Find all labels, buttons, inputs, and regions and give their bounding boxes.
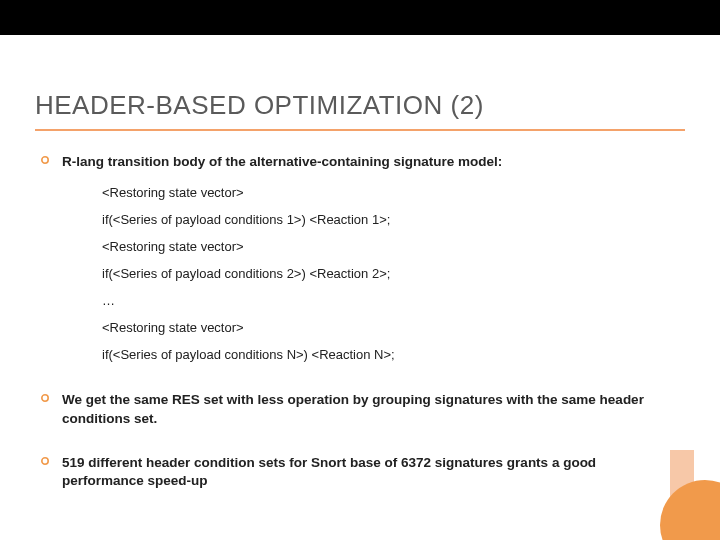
code-block: <Restoring state vector> if(<Series of p… <box>102 185 680 363</box>
code-line: if(<Series of payload conditions 1>) <Re… <box>102 212 680 229</box>
ring-icon <box>40 456 50 466</box>
bullet-3-text: 519 different header condition sets for … <box>62 455 596 488</box>
bullet-2-text: We get the same RES set with less operat… <box>62 392 644 425</box>
code-line: <Restoring state vector> <box>102 185 680 202</box>
corner-decoration <box>674 465 720 540</box>
code-line: <Restoring state vector> <box>102 239 680 256</box>
bullet-2: We get the same RES set with less operat… <box>40 391 680 427</box>
slide: HEADER-BASED OPTIMIZATION (2) R-lang tra… <box>0 35 720 540</box>
code-line: if(<Series of payload conditions N>) <Re… <box>102 347 680 364</box>
bullet-3: 519 different header condition sets for … <box>40 454 680 490</box>
ring-icon <box>40 393 50 403</box>
bullet-1: R-lang transition body of the alternativ… <box>40 153 680 171</box>
code-line: … <box>102 293 680 310</box>
svg-point-0 <box>42 157 48 163</box>
title-underline <box>35 129 685 131</box>
ring-icon <box>40 155 50 165</box>
content-area: R-lang transition body of the alternativ… <box>40 153 680 504</box>
svg-point-2 <box>42 458 48 464</box>
code-line: <Restoring state vector> <box>102 320 680 337</box>
page-title: HEADER-BASED OPTIMIZATION (2) <box>35 90 484 121</box>
bullet-1-text: R-lang transition body of the alternativ… <box>62 154 502 169</box>
code-line: if(<Series of payload conditions 2>) <Re… <box>102 266 680 283</box>
svg-point-1 <box>42 395 48 401</box>
